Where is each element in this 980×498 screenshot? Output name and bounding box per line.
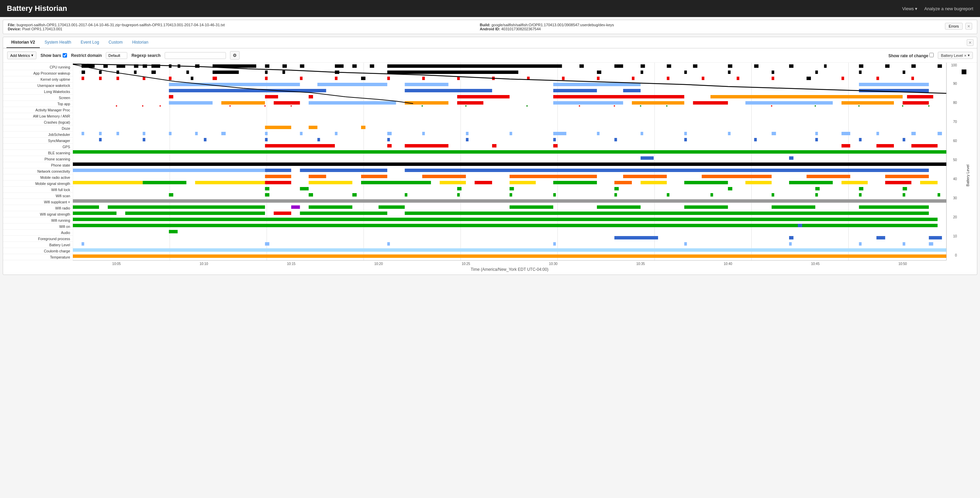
domain-select[interactable]: Default: [106, 52, 127, 59]
toolbar: Add Metrics ▾ Show bars Restrict domain …: [3, 48, 977, 63]
row-label-wifi-signal: Wifi signal strength: [3, 211, 73, 217]
svg-rect-172: [815, 138, 818, 141]
svg-rect-177: [404, 144, 448, 147]
y-tick-80: 80: [953, 101, 957, 105]
svg-rect-207: [475, 181, 492, 184]
svg-rect-164: [265, 138, 268, 141]
show-rate-checkbox[interactable]: [929, 53, 934, 57]
svg-rect-173: [859, 138, 862, 141]
svg-rect-228: [265, 193, 269, 196]
svg-rect-167: [466, 138, 469, 141]
svg-rect-54: [728, 70, 730, 74]
svg-rect-215: [842, 181, 868, 184]
svg-rect-88: [404, 83, 448, 86]
svg-rect-111: [693, 101, 728, 105]
svg-rect-82: [807, 77, 811, 80]
svg-rect-241: [903, 193, 905, 196]
svg-rect-90: [859, 83, 929, 86]
errors-button[interactable]: Errors: [945, 23, 963, 30]
svg-rect-234: [553, 193, 556, 196]
svg-rect-201: [143, 181, 186, 184]
battery-level-badge-text: Battery Level: [941, 53, 963, 57]
row-label-am-low-memory: AM Low Memory / ANR: [3, 113, 73, 119]
svg-rect-158: [877, 132, 879, 135]
tab-close-button[interactable]: ×: [967, 39, 974, 46]
main-container: Historian V2 System Health Event Log Cus…: [3, 37, 977, 275]
svg-rect-159: [911, 132, 916, 135]
file-info-left: File: bugreport-sailfish-OPR1.170413.001…: [8, 23, 473, 31]
time-label-1040: 10:40: [684, 262, 772, 266]
svg-rect-220: [457, 187, 461, 190]
svg-rect-83: [842, 77, 844, 80]
y-tick-70: 70: [953, 120, 957, 124]
row-label-wifi-on: Wifi on: [3, 223, 73, 230]
tab-historian-v2[interactable]: Historian V2: [6, 37, 40, 48]
row-label-mobile-radio: Mobile radio active: [3, 174, 73, 180]
svg-rect-204: [309, 181, 352, 184]
header-nav: Views ▾ Analyze a new bugreport: [902, 6, 973, 11]
svg-rect-51: [597, 70, 601, 74]
svg-rect-107: [404, 101, 448, 105]
file-label: File:: [8, 23, 16, 27]
show-bars-label: Show bars: [40, 53, 67, 58]
battery-level-badge-close[interactable]: ×: [964, 53, 966, 57]
svg-rect-32: [728, 64, 732, 68]
svg-rect-248: [379, 205, 404, 209]
svg-rect-255: [125, 212, 265, 215]
svg-rect-272: [789, 242, 792, 246]
svg-rect-113: [842, 101, 894, 105]
svg-rect-39: [937, 64, 942, 68]
svg-rect-108: [457, 101, 483, 105]
tab-historian[interactable]: Historian: [127, 37, 153, 48]
build-line: Build: google/sailfish/sailfish:O/OPR1.1…: [480, 23, 945, 27]
svg-rect-141: [195, 132, 198, 135]
svg-rect-41: [99, 70, 102, 74]
row-label-phone-state: Phone state: [3, 162, 73, 168]
time-label-1045: 10:45: [772, 262, 859, 266]
y-tick-30: 30: [953, 196, 957, 200]
row-label-screen: Screen: [3, 95, 73, 101]
battery-axis-label-col: Battery Level: [958, 63, 977, 275]
right-panel: 100 90 80 70 60 50 40 30 20 10 0 Battery…: [946, 63, 977, 275]
svg-rect-77: [632, 77, 635, 80]
svg-rect-135: [361, 126, 366, 129]
svg-rect-70: [387, 77, 390, 80]
svg-rect-275: [929, 242, 933, 246]
file-close-button[interactable]: ×: [966, 23, 972, 30]
tab-custom[interactable]: Custom: [104, 37, 127, 48]
svg-rect-245: [108, 205, 265, 209]
tab-system-health[interactable]: System Health: [40, 37, 76, 48]
svg-rect-66: [265, 77, 268, 80]
svg-rect-236: [667, 193, 670, 196]
svg-rect-53: [684, 70, 687, 74]
svg-point-125: [614, 105, 615, 107]
svg-rect-229: [309, 193, 313, 196]
svg-rect-48: [282, 70, 285, 74]
svg-rect-175: [265, 144, 335, 147]
svg-rect-225: [859, 187, 863, 190]
gear-button[interactable]: ⚙: [230, 51, 240, 60]
views-menu[interactable]: Views ▾: [902, 6, 917, 11]
time-label-1025: 10:25: [422, 262, 510, 266]
domain-select-wrapper: Default: [106, 52, 127, 59]
svg-rect-163: [204, 138, 207, 141]
battery-level-badge-chevron[interactable]: ▾: [968, 53, 970, 57]
tab-event-log[interactable]: Event Log: [76, 37, 104, 48]
svg-point-130: [858, 105, 859, 107]
regexp-input[interactable]: [165, 52, 226, 59]
show-bars-checkbox[interactable]: [63, 53, 67, 57]
row-label-temperature: Temperature: [3, 254, 73, 260]
analyze-link[interactable]: Analyze a new bugreport: [924, 6, 973, 11]
y-tick-10: 10: [953, 235, 957, 238]
svg-point-129: [815, 105, 816, 107]
add-metrics-button[interactable]: Add Metrics ▾: [7, 51, 37, 59]
svg-rect-60: [99, 77, 102, 80]
show-bars-text: Show bars: [40, 53, 61, 58]
svg-rect-169: [614, 138, 617, 141]
row-label-kernel-uptime: Kernel only uptime: [3, 76, 73, 83]
svg-rect-168: [553, 138, 556, 141]
svg-point-115: [116, 105, 117, 107]
svg-rect-213: [746, 181, 772, 184]
row-label-battery-level: Battery Level: [3, 242, 73, 248]
svg-rect-223: [728, 187, 732, 190]
